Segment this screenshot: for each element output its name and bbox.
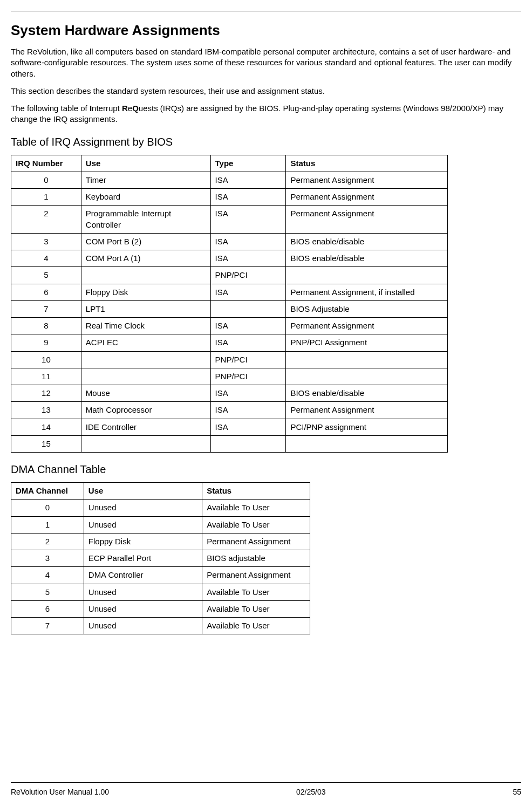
dma-cell: Floppy Disk [84,533,202,550]
irq-header-row: IRQ Number Use Type Status [11,155,448,172]
irq-cell: 3 [11,233,81,250]
table-row: 9ACPI ECISAPNP/PCI Assignment [11,334,448,351]
irq-cell: Floppy Disk [81,284,210,300]
dma-cell: ECP Parallel Port [84,550,202,567]
irq-cell: ISA [210,402,286,419]
table-row: 3ECP Parallel PortBIOS adjustable [11,550,310,567]
irq-cell: ISA [210,419,286,435]
table-row: 1KeyboardISAPermanent Assignment [11,189,448,206]
table-row: 0TimerISAPermanent Assignment [11,172,448,188]
irq-cell: Permanent Assignment [286,189,448,206]
dma-col-0: DMA Channel [11,483,84,500]
dma-cell: Available To User [202,516,310,533]
intro-3-mid1: nterrupt [92,104,122,113]
irq-cell: ISA [210,233,286,250]
irq-col-2: Type [210,155,286,172]
table-row: 8Real Time ClockISAPermanent Assignment [11,318,448,334]
irq-cell: 15 [11,435,81,452]
intro-para-3: The following table of Interrupt ReQuest… [11,103,521,125]
page-footer: ReVolution User Manual 1.00 02/25/03 55 [11,782,521,797]
irq-cell: 7 [11,300,81,317]
irq-cell [81,435,210,452]
dma-cell: Permanent Assignment [202,533,310,550]
dma-col-2: Status [202,483,310,500]
irq-cell: Mouse [81,385,210,402]
irq-cell: PCI/PNP assignment [286,419,448,435]
irq-cell: Real Time Clock [81,318,210,334]
dma-cell: Unused [84,500,202,516]
top-rule [11,11,521,11]
irq-cell: ISA [210,385,286,402]
irq-cell [286,267,448,284]
irq-cell: 13 [11,402,81,419]
intro-para-2: This section describes the standard syst… [11,86,521,97]
footer-center: 02/25/03 [296,787,326,797]
dma-cell: BIOS adjustable [202,550,310,567]
irq-cell: PNP/PCI [210,351,286,368]
irq-col-1: Use [81,155,210,172]
dma-table: DMA Channel Use Status 0UnusedAvailable … [11,482,310,634]
irq-cell: 12 [11,385,81,402]
irq-cell: Permanent Assignment [286,172,448,188]
irq-cell: Math Coprocessor [81,402,210,419]
irq-heading: Table of IRQ Assignment by BIOS [11,135,521,149]
table-row: 6Floppy DiskISAPermanent Assignment, if … [11,284,448,300]
footer-right: 55 [513,787,521,797]
dma-cell: 0 [11,500,84,516]
irq-cell: 8 [11,318,81,334]
irq-cell: LPT1 [81,300,210,317]
irq-cell: ISA [210,206,286,234]
table-row: 2Floppy DiskPermanent Assignment [11,533,310,550]
irq-cell: IDE Controller [81,419,210,435]
irq-cell: PNP/PCI Assignment [286,334,448,351]
intro-3-pre: The following table of [11,104,90,113]
irq-cell: 1 [11,189,81,206]
irq-cell: 2 [11,206,81,234]
dma-cell: 3 [11,550,84,567]
irq-cell: Permanent Assignment [286,206,448,234]
irq-cell: Permanent Assignment, if installed [286,284,448,300]
irq-cell: Programmable Interrupt Controller [81,206,210,234]
irq-table: IRQ Number Use Type Status 0TimerISAPerm… [11,155,448,453]
table-row: 7LPT1 BIOS Adjustable [11,300,448,317]
table-row: 5UnusedAvailable To User [11,584,310,600]
table-row: 3COM Port B (2)ISABIOS enable/disable [11,233,448,250]
irq-cell: 10 [11,351,81,368]
table-row: 4COM Port A (1)ISABIOS enable/disable [11,250,448,267]
table-row: 10 PNP/PCI [11,351,448,368]
dma-heading: DMA Channel Table [11,462,521,477]
table-row: 0UnusedAvailable To User [11,500,310,516]
irq-cell: Permanent Assignment [286,318,448,334]
table-row: 12MouseISABIOS enable/disable [11,385,448,402]
irq-cell [81,368,210,385]
irq-col-3: Status [286,155,448,172]
irq-cell: ISA [210,334,286,351]
irq-cell: BIOS enable/disable [286,233,448,250]
dma-cell: Available To User [202,618,310,634]
irq-cell [210,300,286,317]
dma-header-row: DMA Channel Use Status [11,483,310,500]
table-row: 2Programmable Interrupt ControllerISAPer… [11,206,448,234]
dma-cell: 6 [11,600,84,617]
irq-cell: 9 [11,334,81,351]
irq-cell: 4 [11,250,81,267]
dma-cell: DMA Controller [84,567,202,584]
dma-col-1: Use [84,483,202,500]
dma-cell: 2 [11,533,84,550]
dma-cell: Unused [84,584,202,600]
intro-para-1: The ReVolution, like all computers based… [11,46,521,79]
dma-cell: Unused [84,516,202,533]
intro-3-r: R [122,104,128,113]
irq-cell: ISA [210,189,286,206]
irq-cell [286,435,448,452]
irq-cell: COM Port A (1) [81,250,210,267]
irq-cell [210,435,286,452]
irq-cell: ISA [210,172,286,188]
dma-cell: Available To User [202,600,310,617]
dma-cell: 4 [11,567,84,584]
irq-cell: 5 [11,267,81,284]
irq-cell: BIOS Adjustable [286,300,448,317]
dma-cell: Permanent Assignment [202,567,310,584]
irq-cell: 11 [11,368,81,385]
dma-cell: Available To User [202,500,310,516]
